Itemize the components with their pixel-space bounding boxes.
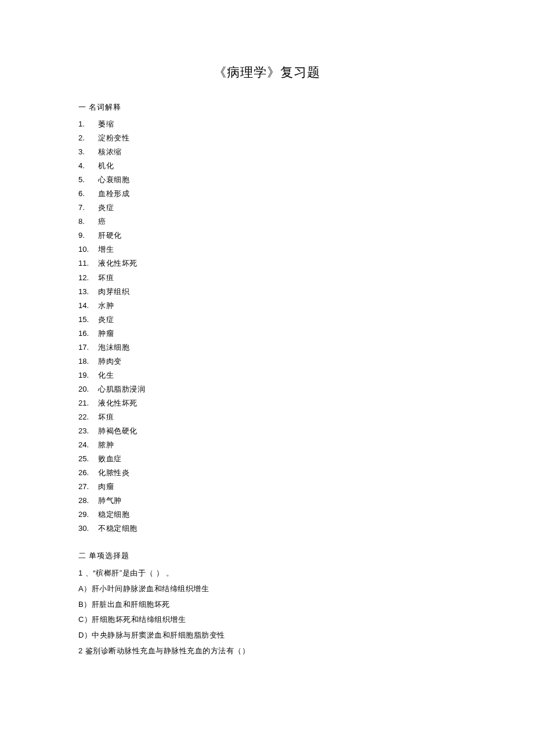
question-text: “槟榔肝”是由于（ ） 。 (93, 569, 174, 577)
option-label: A） (78, 584, 92, 593)
list-item: 12.坏疽 (78, 271, 456, 285)
list-item: 23.肺褐色硬化 (78, 424, 456, 438)
mc-option: B）肝脏出血和肝细胞坏死 (78, 597, 456, 613)
list-item: 8.癌 (78, 215, 456, 229)
term-number: 21. (78, 396, 98, 410)
term-text: 坏疽 (98, 410, 114, 424)
list-item: 22.坏疽 (78, 410, 456, 424)
mc-option: D）中央静脉与肝窦淤血和肝细胞脂肪变性 (78, 628, 456, 643)
term-text: 稳定细胞 (98, 508, 129, 522)
term-text: 脓肿 (98, 438, 114, 452)
term-number: 16. (78, 327, 98, 341)
list-item: 18.肺肉变 (78, 355, 456, 368)
term-text: 肺肉变 (98, 355, 122, 368)
mc-question-2: 2 鉴别诊断动脉性充血与静脉性充血的方法有（） (78, 643, 456, 659)
term-number: 29. (78, 508, 98, 522)
term-number: 3. (78, 145, 98, 159)
question-stem: 2 鉴别诊断动脉性充血与静脉性充血的方法有（） (78, 643, 456, 659)
term-number: 1. (78, 117, 98, 131)
list-item: 25.败血症 (78, 452, 456, 466)
term-text: 肿瘤 (98, 327, 114, 341)
term-text: 液化性坏死 (98, 396, 138, 410)
term-text: 癌 (98, 215, 106, 229)
question-stem: 1 、“槟榔肝”是由于（ ） 。 (78, 566, 456, 581)
term-text: 肉瘤 (98, 480, 114, 494)
term-number: 14. (78, 299, 98, 313)
term-number: 23. (78, 424, 98, 438)
list-item: 6.血栓形成 (78, 187, 456, 201)
term-text: 坏疽 (98, 271, 114, 285)
list-item: 27.肉瘤 (78, 480, 456, 494)
list-item: 17.泡沫细胞 (78, 341, 456, 355)
mc-question-1: 1 、“槟榔肝”是由于（ ） 。 A）肝小叶间静脉淤血和结缔组织增生 B）肝脏出… (78, 566, 456, 643)
term-number: 17. (78, 341, 98, 355)
term-number: 8. (78, 215, 98, 229)
term-number: 30. (78, 522, 98, 536)
term-text: 不稳定细胞 (98, 522, 138, 536)
question-text: 鉴别诊断动脉性充血与静脉性充血的方法有（） (83, 646, 250, 655)
term-text: 心衰细胞 (98, 173, 129, 187)
term-text: 液化性坏死 (98, 256, 138, 270)
term-text: 肝硬化 (98, 229, 122, 243)
term-number: 15. (78, 313, 98, 327)
term-text: 泡沫细胞 (98, 341, 129, 355)
terms-list: 1.萎缩 2.淀粉变性 3.核浓缩 4.机化 5.心衰细胞 6.血栓形成 7.炎… (78, 117, 456, 536)
term-text: 水肿 (98, 299, 114, 313)
term-number: 11. (78, 256, 98, 270)
term-text: 核浓缩 (98, 145, 122, 159)
list-item: 21.液化性坏死 (78, 396, 456, 410)
term-number: 25. (78, 452, 98, 466)
list-item: 19.化生 (78, 368, 456, 382)
term-number: 12. (78, 271, 98, 285)
option-text: 肝小叶间静脉淤血和结缔组织增生 (92, 584, 210, 593)
list-item: 14.水肿 (78, 299, 456, 313)
term-text: 肺气肿 (98, 494, 122, 508)
list-item: 13.肉芽组织 (78, 285, 456, 299)
section-2-heading: 二 单项选择题 (78, 551, 456, 561)
term-text: 败血症 (98, 452, 122, 466)
term-number: 20. (78, 382, 98, 396)
term-number: 18. (78, 355, 98, 368)
term-number: 24. (78, 438, 98, 452)
list-item: 10.增生 (78, 243, 456, 256)
list-item: 24.脓肿 (78, 438, 456, 452)
term-number: 4. (78, 159, 98, 173)
term-text: 炎症 (98, 313, 114, 327)
term-number: 2. (78, 131, 98, 145)
option-label: B） (78, 600, 92, 609)
page-title: 《病理学》复习题 (78, 64, 456, 81)
term-text: 增生 (98, 243, 114, 256)
term-text: 肉芽组织 (98, 285, 129, 299)
section-1-heading: 一 名词解释 (78, 102, 456, 113)
term-number: 26. (78, 466, 98, 480)
list-item: 15.炎症 (78, 313, 456, 327)
term-text: 心肌脂肪浸润 (98, 382, 145, 396)
option-text: 肝脏出血和肝细胞坏死 (92, 600, 170, 609)
list-item: 3.核浓缩 (78, 145, 456, 159)
question-number: 1 、 (78, 569, 93, 577)
list-item: 26.化脓性炎 (78, 466, 456, 480)
term-text: 淀粉变性 (98, 131, 129, 145)
question-number: 2 (78, 646, 83, 655)
term-text: 萎缩 (98, 117, 114, 131)
list-item: 28.肺气肿 (78, 494, 456, 508)
list-item: 11.液化性坏死 (78, 256, 456, 270)
term-number: 22. (78, 410, 98, 424)
term-text: 炎症 (98, 201, 114, 215)
term-text: 化生 (98, 368, 114, 382)
option-text: 肝细胞坏死和结缔组织增生 (92, 615, 186, 624)
option-label: D） (78, 631, 92, 639)
term-text: 机化 (98, 159, 114, 173)
list-item: 9.肝硬化 (78, 229, 456, 243)
term-text: 肺褐色硬化 (98, 424, 138, 438)
term-number: 9. (78, 229, 98, 243)
list-item: 5.心衰细胞 (78, 173, 456, 187)
list-item: 4.机化 (78, 159, 456, 173)
list-item: 20.心肌脂肪浸润 (78, 382, 456, 396)
list-item: 30.不稳定细胞 (78, 522, 456, 536)
list-item: 1.萎缩 (78, 117, 456, 131)
term-number: 27. (78, 480, 98, 494)
term-text: 化脓性炎 (98, 466, 129, 480)
option-text: 中央静脉与肝窦淤血和肝细胞脂肪变性 (92, 631, 225, 639)
term-number: 19. (78, 368, 98, 382)
